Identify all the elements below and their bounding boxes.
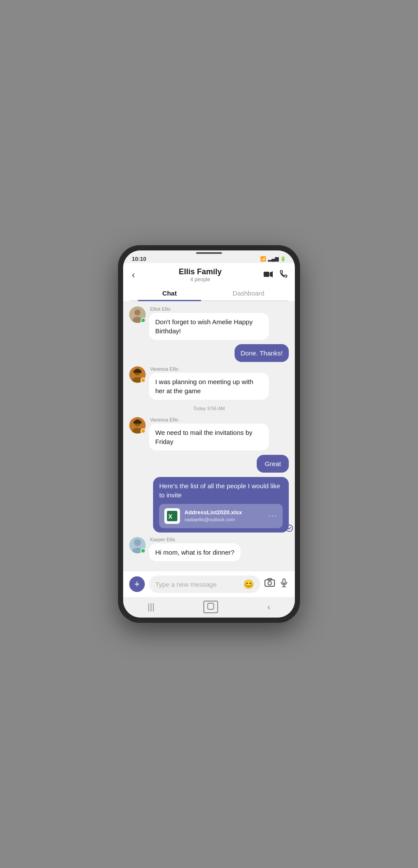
svg-point-18 (268, 582, 271, 585)
message-bubble-wrap: Here's the list of all the people I woul… (153, 477, 289, 533)
svg-point-3 (134, 309, 140, 316)
message-row-outgoing: Great (129, 455, 289, 473)
phone-frame: 10:10 📶 ▂▄▆ 🔋 ‹ Ellis Family 4 people (118, 245, 300, 623)
away-badge (140, 428, 146, 434)
chat-subtitle: 4 people (179, 276, 222, 283)
svg-text:X: X (168, 513, 173, 520)
status-icons: 📶 ▂▄▆ 🔋 (260, 256, 286, 262)
message-row: Vanessa Ellis We need to mail the invita… (129, 417, 289, 450)
header-title-group: Ellis Family 4 people (179, 267, 222, 283)
wifi-icon: 📶 (260, 256, 266, 262)
message-bubble-outgoing: Here's the list of all the people I woul… (153, 477, 289, 533)
add-attachment-button[interactable]: + (129, 576, 145, 592)
tab-dashboard[interactable]: Dashboard (209, 285, 288, 300)
message-bubble: I was planning on meeting up with her at… (149, 373, 269, 400)
online-badge (140, 318, 146, 323)
nav-bar: ||| ‹ (123, 597, 295, 618)
message-bubble-outgoing: Done. Thanks! (235, 344, 289, 362)
avatar (129, 537, 146, 553)
svg-rect-0 (264, 272, 269, 277)
message-bubble-wrap: Vanessa Ellis We need to mail the invita… (149, 417, 269, 450)
attachment-email: nadiaellis@outlook.com (184, 516, 264, 523)
message-bubble-wrap: Vanessa Ellis I was planning on meeting … (149, 366, 269, 400)
message-bubble-wrap: Done. Thanks! (235, 344, 289, 362)
svg-rect-20 (283, 579, 285, 584)
message-sender: Vanessa Ellis (149, 366, 269, 372)
attachment-info: AddressList2020.xlsx nadiaellis@outlook.… (184, 509, 264, 523)
avatar (129, 417, 146, 434)
header-actions (264, 270, 288, 280)
notch (123, 250, 295, 254)
attachment-filename: AddressList2020.xlsx (184, 509, 264, 516)
message-sender: Elliot Ellis (149, 306, 269, 312)
nav-recent-apps[interactable]: ||| (148, 602, 155, 612)
message-input-field[interactable]: Type a new message 😊 (149, 575, 260, 593)
emoji-button[interactable]: 😊 (243, 579, 254, 589)
message-input-placeholder[interactable]: Type a new message (155, 581, 240, 588)
back-button[interactable]: ‹ (130, 268, 137, 283)
message-row: Kasper Ellis Hi mom, what is for dinner? (129, 537, 289, 561)
svg-rect-23 (208, 603, 214, 609)
message-sender: Vanessa Ellis (149, 417, 269, 422)
timestamp: Today 9:56 AM (129, 406, 289, 411)
svg-point-15 (134, 539, 141, 546)
camera-button[interactable] (265, 578, 275, 591)
message-bubble-wrap: Great (257, 455, 289, 473)
nav-home[interactable] (203, 601, 218, 613)
signal-icon: ▂▄▆ (268, 256, 278, 262)
nav-back[interactable]: ‹ (268, 602, 271, 612)
status-bar: 10:10 📶 ▂▄▆ 🔋 (123, 254, 295, 263)
message-sender: Kasper Ellis (149, 537, 241, 542)
away-badge (140, 378, 146, 383)
input-bar: + Type a new message 😊 (123, 571, 295, 597)
message-row: Elliot Ellis Don't forget to wish Amelie… (129, 306, 289, 340)
header-top: ‹ Ellis Family 4 people (130, 267, 288, 283)
battery-icon: 🔋 (280, 256, 286, 262)
message-bubble-wrap: Elliot Ellis Don't forget to wish Amelie… (149, 306, 269, 340)
message-row-outgoing: Done. Thanks! (129, 344, 289, 362)
attachment-more-icon[interactable]: ··· (268, 510, 278, 521)
app-header: ‹ Ellis Family 4 people (123, 263, 295, 301)
avatar (129, 306, 146, 323)
tab-chat[interactable]: Chat (130, 285, 209, 300)
message-bubble: Don't forget to wish Amelie Happy Birthd… (149, 313, 269, 340)
message-bubble: Hi mom, what is for dinner? (149, 543, 241, 561)
message-row: Vanessa Ellis I was planning on meeting … (129, 366, 289, 400)
message-bubble-wrap: Kasper Ellis Hi mom, what is for dinner? (149, 537, 241, 561)
status-time: 10:10 (132, 256, 146, 262)
message-bubble-outgoing: Great (257, 455, 289, 473)
message-row-outgoing-rich: Here's the list of all the people I woul… (129, 477, 289, 533)
excel-icon: X (164, 508, 180, 524)
attachment-box[interactable]: X AddressList2020.xlsx nadiaellis@outloo… (159, 504, 283, 528)
video-call-icon[interactable] (264, 270, 273, 280)
mic-button[interactable] (279, 578, 289, 591)
online-badge (140, 548, 146, 553)
read-receipt-icon (285, 524, 293, 534)
svg-marker-1 (270, 271, 273, 277)
input-actions (265, 578, 289, 591)
tabs: Chat Dashboard (130, 285, 288, 301)
svg-point-13 (286, 525, 293, 532)
avatar (129, 366, 146, 383)
phone-call-icon[interactable] (279, 270, 288, 280)
chat-title: Ellis Family (179, 267, 222, 276)
message-bubble: We need to mail the invitations by Frida… (149, 424, 269, 450)
chat-area: Elliot Ellis Don't forget to wish Amelie… (123, 301, 295, 571)
phone-screen: 10:10 📶 ▂▄▆ 🔋 ‹ Ellis Family 4 people (123, 250, 295, 618)
